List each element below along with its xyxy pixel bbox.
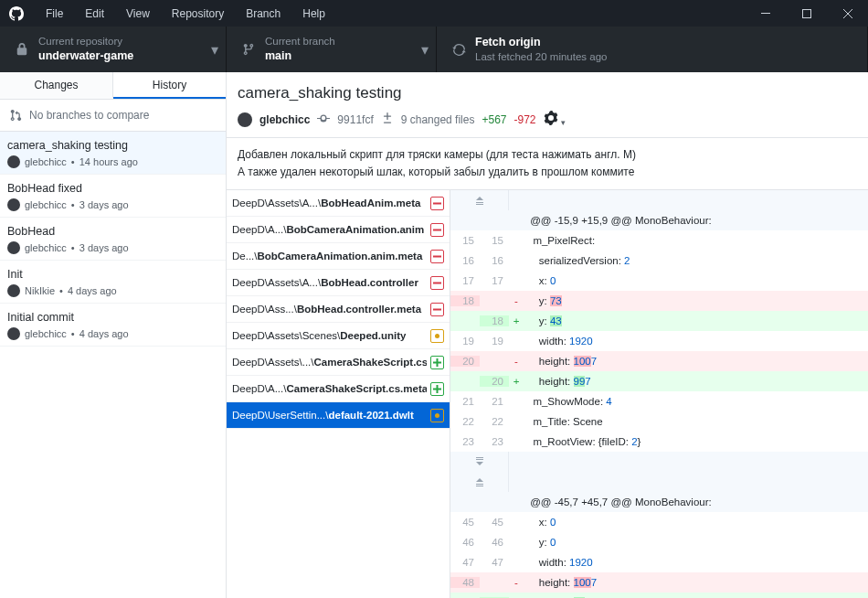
- git-branch-icon: [239, 43, 258, 56]
- changed-files-list: DeepD\Assets\A...\BobHeadAnim.meta DeepD…: [227, 190, 450, 598]
- additions-count: +567: [482, 113, 506, 126]
- git-commit-icon: [317, 112, 330, 127]
- menu-view[interactable]: View: [115, 0, 161, 27]
- svg-rect-4: [433, 255, 441, 257]
- commit-description: Добавлен локальный скрипт для тряски кам…: [227, 138, 868, 190]
- commit-item-when: 3 days ago: [79, 199, 129, 210]
- diff-line: 2222 m_Title: Scene: [450, 411, 868, 432]
- code-text: y: 43: [524, 315, 868, 326]
- commit-item-author: glebchicc: [25, 328, 67, 339]
- line-old: 15: [450, 235, 480, 246]
- fetch-origin-button[interactable]: Fetch origin Last fetched 20 minutes ago: [437, 27, 868, 72]
- diff-line: 4646 y: 0: [450, 532, 868, 552]
- code-text: m_RootView: {fileID: 2}: [524, 436, 868, 447]
- commit-list-item[interactable]: BobHead fixed glebchicc • 3 days ago: [0, 175, 226, 218]
- commit-options-button[interactable]: ▾: [544, 111, 566, 128]
- changed-file-item[interactable]: DeepD\A...\CameraShakeScript.cs.meta: [227, 376, 450, 402]
- code-text: serializedVersion: 2: [524, 255, 868, 266]
- commit-item-when: 4 days ago: [79, 328, 129, 339]
- expand-hunk-button[interactable]: [450, 190, 868, 210]
- diff-line: 1717 x: 0: [450, 271, 868, 291]
- commit-list-item[interactable]: camera_shaking testing glebchicc • 14 ho…: [0, 132, 226, 175]
- line-old: 22: [450, 416, 480, 427]
- file-path: DeepD\Ass...\BobHead.controller.meta: [232, 304, 427, 315]
- menu-edit[interactable]: Edit: [74, 0, 115, 27]
- line-new: 20: [480, 376, 509, 387]
- toolbar: Current repository underwater-game ▾ Cur…: [0, 27, 868, 72]
- diff-line: 1616 serializedVersion: 2: [450, 251, 868, 271]
- tab-changes[interactable]: Changes: [0, 72, 113, 99]
- changed-file-item[interactable]: DeepD\Ass...\BobHead.controller.meta: [227, 296, 450, 323]
- code-text: y: 0: [524, 537, 868, 548]
- code-text: width: 1920: [524, 557, 868, 568]
- code-text: height: 1007: [524, 356, 868, 367]
- commit-list-item[interactable]: Initial commit glebchicc • 4 days ago: [0, 304, 226, 347]
- file-path: DeepD\A...\CameraShakeScript.cs.meta: [232, 383, 427, 394]
- menu-repository[interactable]: Repository: [161, 0, 235, 27]
- code-text: m_ShowMode: 4: [524, 396, 868, 407]
- menu-file[interactable]: File: [35, 0, 74, 27]
- diff-line: 4545 x: 0: [450, 512, 868, 532]
- commit-item-title: Init: [7, 268, 218, 281]
- commit-item-when: 3 days ago: [79, 242, 129, 253]
- commit-item-when: 14 hours ago: [79, 156, 138, 167]
- line-old: 20: [450, 356, 480, 367]
- current-branch-selector[interactable]: Current branch main ▾: [227, 27, 437, 72]
- desc-line: А также удален некоторый шлак, который з…: [238, 164, 857, 181]
- changed-file-item[interactable]: DeepD\Assets\A...\BobHeadAnim.meta: [227, 190, 450, 217]
- menu-branch[interactable]: Branch: [235, 0, 291, 27]
- commit-sha: 9911fcf: [337, 113, 373, 126]
- tab-history[interactable]: History: [113, 72, 226, 99]
- compare-label: No branches to compare: [29, 109, 149, 122]
- window-maximize-icon[interactable]: [786, 0, 827, 27]
- expand-hunk-button[interactable]: [450, 452, 868, 472]
- line-new: 22: [480, 416, 509, 427]
- repo-value: underwater-game: [38, 48, 133, 63]
- file-change-add-icon: [430, 356, 444, 369]
- code-text: m_Title: Scene: [524, 416, 868, 427]
- file-change-del-icon: [430, 223, 444, 237]
- commit-item-author: glebchicc: [25, 199, 67, 210]
- commit-item-title: BobHead fixed: [7, 182, 218, 195]
- diff-line: 1515 m_PixelRect:: [450, 230, 868, 251]
- diff-line: 2323 m_RootView: {fileID: 2}: [450, 432, 868, 452]
- sidebar: Changes History No branches to compare c…: [0, 72, 227, 598]
- current-repository-selector[interactable]: Current repository underwater-game ▾: [0, 27, 227, 72]
- changed-file-item[interactable]: DeepD\Assets\Scenes\Deeped.unity: [227, 323, 450, 349]
- branch-value: main: [265, 48, 335, 63]
- window-close-icon[interactable]: [827, 0, 868, 27]
- window-minimize-icon[interactable]: [745, 0, 786, 27]
- line-new: 15: [480, 235, 509, 246]
- svg-point-12: [435, 413, 439, 418]
- files-changed-count: 9 changed files: [401, 113, 475, 126]
- menu-help[interactable]: Help: [291, 0, 336, 27]
- file-change-mod-icon: [430, 409, 444, 422]
- diff-line: 4747 width: 1920: [450, 552, 868, 572]
- changed-file-item[interactable]: DeepD\A...\BobCameraAnimation.anim: [227, 217, 450, 243]
- commit-author: glebchicc: [259, 113, 310, 126]
- changed-file-item[interactable]: DeepD\UserSettin...\default-2021.dwlt: [227, 402, 450, 429]
- diff-view: @@ -15,9 +15,9 @@ MonoBehaviour:1515 m_P…: [450, 190, 868, 598]
- lock-icon: [13, 43, 31, 56]
- changed-file-item[interactable]: DeepD\Assets\A...\BobHead.controller: [227, 270, 450, 296]
- code-text: x: 0: [524, 275, 868, 286]
- compare-branch-button[interactable]: No branches to compare: [0, 100, 226, 132]
- line-old: 47: [450, 557, 480, 568]
- changed-file-item[interactable]: De...\BobCameraAnimation.anim.meta: [227, 243, 450, 270]
- commit-list-item[interactable]: Init NikIkie • 4 days ago: [0, 261, 226, 304]
- line-new: 45: [480, 517, 509, 528]
- file-change-add-icon: [430, 382, 444, 396]
- avatar: [238, 112, 252, 127]
- svg-rect-1: [802, 9, 810, 17]
- diff-icon: [381, 112, 394, 127]
- commit-list: camera_shaking testing glebchicc • 14 ho…: [0, 132, 226, 598]
- diff-hunk-header: @@ -15,9 +15,9 @@ MonoBehaviour:: [450, 210, 868, 230]
- changed-file-item[interactable]: DeepD\Assets\...\CameraShakeScript.cs: [227, 349, 450, 376]
- sidebar-tabs: Changes History: [0, 72, 226, 100]
- branch-label: Current branch: [265, 35, 335, 48]
- line-new: 23: [480, 436, 509, 447]
- expand-hunk-button[interactable]: [450, 472, 868, 492]
- commit-item-author: glebchicc: [25, 242, 67, 253]
- commit-list-item[interactable]: BobHead glebchicc • 3 days ago: [0, 218, 226, 261]
- diff-area: DeepD\Assets\A...\BobHeadAnim.meta DeepD…: [227, 190, 868, 598]
